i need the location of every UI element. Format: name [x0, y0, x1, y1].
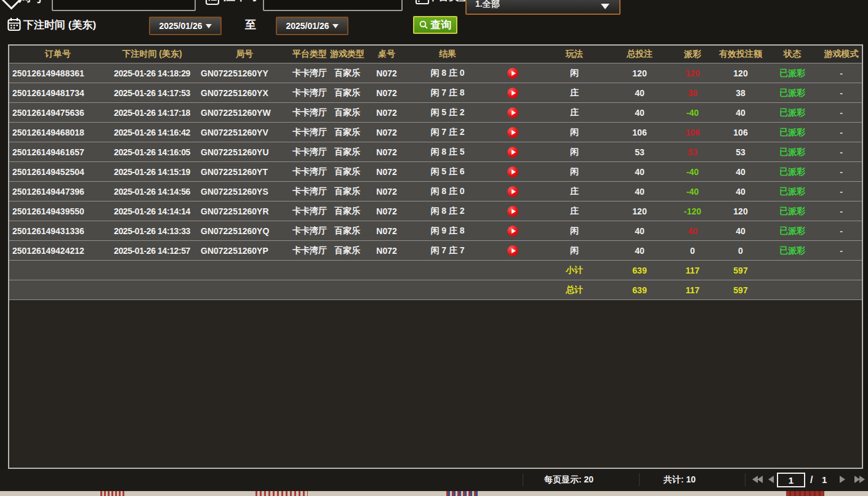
page-number-input[interactable] [777, 473, 805, 487]
list-icon [205, 0, 220, 8]
play-video-button[interactable] [507, 226, 518, 237]
play-video-button[interactable] [507, 87, 518, 99]
column-header: 局号 [198, 46, 291, 63]
caret-down-icon [601, 4, 609, 9]
play-video-button[interactable] [507, 245, 518, 256]
cell-platform: 卡卡湾厅 [291, 142, 328, 162]
cell-game-mode: - [821, 182, 862, 201]
cell-bet-time: 2025-01-26 14:18:29 [106, 63, 198, 83]
play-icon [512, 189, 516, 194]
cell-platform: 卡卡湾厅 [291, 182, 328, 201]
date-to-value: 2025/01/26 [286, 21, 329, 31]
bet-records-table: 订单号下注时间 (美东)局号平台类型游戏类型桌号结果玩法总投注派彩有效投注额状态… [9, 46, 862, 300]
first-page-button[interactable] [752, 476, 763, 483]
cell-result: 闲 8 庄 0 [407, 63, 488, 83]
cell-platform: 卡卡湾厅 [291, 83, 328, 103]
play-icon [512, 169, 516, 174]
cell-table-no: N072 [366, 103, 407, 123]
cell-valid-bet: 38 [717, 83, 764, 103]
cell-game-type: 百家乐 [328, 63, 366, 83]
column-header: 平台类型 [291, 46, 328, 63]
cell-status: 已派彩 [764, 142, 821, 162]
table-row: 2501261494616572025-01-26 14:16:05GN0722… [9, 142, 862, 162]
table-row: 2501261494883612025-01-26 14:18:29GN0722… [9, 63, 862, 83]
cell-game-type: 百家乐 [328, 83, 366, 103]
cell-table-no: N072 [366, 241, 407, 261]
date-range-to-label: 至 [245, 17, 256, 32]
cell-game-no: GN072251260YW [198, 103, 291, 123]
cell-table-no: N072 [366, 63, 407, 83]
play-video-button[interactable] [507, 166, 518, 177]
background-fragment [786, 491, 824, 496]
cell-video [488, 103, 537, 123]
cell-valid-bet: 40 [717, 221, 764, 241]
play-video-button[interactable] [507, 127, 518, 138]
table-row: 2501261494242122025-01-26 14:12:57GN0722… [9, 241, 862, 261]
cell-game-no: GN072251260YY [198, 63, 291, 83]
play-icon [512, 91, 516, 96]
cell-status: 已派彩 [764, 182, 821, 201]
cell-platform: 卡卡湾厅 [291, 201, 328, 221]
play-video-button[interactable] [507, 206, 518, 217]
date-from-picker[interactable]: 2025/01/26 [149, 17, 222, 35]
column-header: 下注时间 (美东) [106, 46, 198, 63]
cell-order-no: 250126149461657 [9, 142, 106, 162]
cell-valid-bet: 40 [717, 162, 764, 182]
cell-result: 闲 8 庄 5 [407, 142, 488, 162]
date-from-value: 2025/01/26 [159, 21, 202, 31]
cell-payout: -40 [668, 182, 717, 201]
play-video-button[interactable] [507, 186, 518, 197]
cell-game-no: GN072251260YT [198, 162, 291, 182]
cell-sum-payout: 117 [668, 261, 717, 280]
cell-platform: 卡卡湾厅 [291, 241, 328, 261]
cell-game-type: 百家乐 [328, 142, 366, 162]
cell-video [488, 83, 537, 103]
column-header: 游戏类型 [328, 46, 366, 63]
cell-game-type: 百家乐 [328, 103, 366, 123]
cell-order-no: 250126149424212 [9, 241, 106, 261]
cell-video [488, 201, 537, 221]
cell-valid-bet: 120 [717, 201, 764, 221]
table-header-row: 订单号下注时间 (美东)局号平台类型游戏类型桌号结果玩法总投注派彩有效投注额状态… [9, 46, 862, 63]
play-icon [512, 248, 516, 253]
cell-table-no: N072 [366, 201, 407, 221]
play-icon [512, 229, 516, 234]
background-page-strip [0, 491, 868, 496]
cell-sum-label: 小计 [537, 261, 611, 280]
column-header: 订单号 [9, 46, 106, 63]
play-video-button[interactable] [507, 147, 518, 158]
table-row: 2501261494313362025-01-26 14:13:33GN0722… [9, 221, 862, 241]
cell-bet-side: 庄 [537, 201, 611, 221]
divider [745, 473, 745, 486]
cell-bet-side: 闲 [537, 241, 611, 261]
play-icon [512, 150, 516, 155]
cell-bet-time: 2025-01-26 14:16:05 [106, 142, 198, 162]
cell-payout: 0 [668, 241, 717, 261]
cell-video [488, 123, 537, 142]
platform-type-select[interactable]: 1.全部 [465, 0, 621, 15]
calendar-icon [7, 17, 21, 34]
bet-no-input[interactable] [263, 0, 403, 11]
next-page-button[interactable] [840, 476, 845, 483]
cell-bet-side: 庄 [537, 103, 611, 123]
date-to-picker[interactable]: 2025/01/26 [276, 17, 348, 35]
play-video-button[interactable] [507, 68, 518, 79]
cell-game-mode: - [821, 221, 862, 241]
query-button[interactable]: 查询 [413, 16, 457, 34]
play-video-button[interactable] [507, 107, 518, 118]
cell-sum-payout: 117 [668, 280, 717, 300]
cell-payout: -40 [668, 162, 717, 182]
cell-valid-bet: 120 [717, 63, 764, 83]
table-row: 2501261494395502025-01-26 14:14:14GN0722… [9, 201, 862, 221]
cell-valid-bet: 40 [717, 182, 764, 201]
cell-valid-bet: 40 [717, 103, 764, 123]
divider [523, 473, 523, 486]
cell-result: 闲 9 庄 8 [407, 221, 488, 241]
cell-sum-label: 总计 [537, 280, 611, 300]
last-page-button[interactable] [854, 476, 865, 483]
cell-order-no: 250126149447396 [9, 182, 106, 201]
cell-game-mode: - [821, 83, 862, 103]
game-no-input[interactable] [52, 0, 196, 11]
cell-total-bet: 40 [611, 221, 668, 241]
prev-page-button[interactable] [768, 476, 774, 483]
